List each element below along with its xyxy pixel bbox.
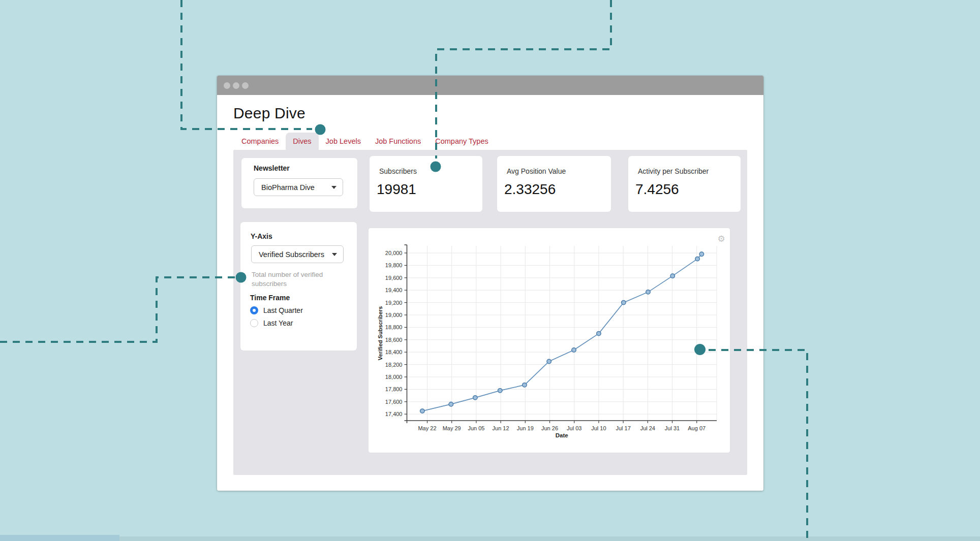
main-panel: Newsletter BioPharma Dive Subscribers 19… <box>233 150 747 475</box>
tab-job-functions[interactable]: Job Functions <box>368 133 428 150</box>
tab-company-types[interactable]: Company Types <box>428 133 496 150</box>
window-control-dot[interactable] <box>224 82 230 89</box>
stat-label: Subscribers <box>379 167 417 175</box>
radio-last-quarter[interactable]: Last Quarter <box>250 306 303 314</box>
svg-text:Jul 10: Jul 10 <box>591 425 606 431</box>
chevron-down-icon <box>332 253 337 256</box>
svg-text:19,400: 19,400 <box>385 287 403 293</box>
window-control-dot[interactable] <box>233 82 239 89</box>
svg-text:Jun 26: Jun 26 <box>541 425 558 431</box>
svg-text:May 29: May 29 <box>443 425 461 431</box>
svg-text:Jul 17: Jul 17 <box>616 425 630 431</box>
stat-value: 2.33256 <box>504 181 556 198</box>
line-chart-card: ⚙ 17,40017,60017,80018,00018,20018,40018… <box>369 228 730 453</box>
newsletter-select[interactable]: BioPharma Dive <box>254 178 343 196</box>
radio-button-icon <box>250 306 258 314</box>
radio-label: Last Year <box>263 319 293 327</box>
radio-last-year[interactable]: Last Year <box>250 319 293 327</box>
svg-text:19,200: 19,200 <box>385 300 403 306</box>
tab-companies[interactable]: Companies <box>234 133 286 150</box>
svg-text:Verified Subscribers: Verified Subscribers <box>377 306 383 360</box>
newsletter-select-value: BioPharma Dive <box>261 183 315 192</box>
verified-subscribers-line-chart: 17,40017,60017,80018,00018,20018,40018,6… <box>369 228 730 453</box>
tab-job-levels[interactable]: Job Levels <box>319 133 368 150</box>
y-axis-select[interactable]: Verified Subscribers <box>251 245 344 263</box>
svg-text:19,000: 19,000 <box>385 312 403 318</box>
svg-text:18,800: 18,800 <box>385 324 403 330</box>
y-axis-description: Total number of verified subscribers <box>252 270 338 289</box>
y-axis-select-value: Verified Subscribers <box>259 250 324 259</box>
window-titlebar <box>217 76 763 95</box>
svg-text:17,600: 17,600 <box>385 399 403 405</box>
svg-text:Jun 19: Jun 19 <box>517 425 534 431</box>
tab-dives[interactable]: Dives <box>286 133 318 150</box>
newsletter-label: Newsletter <box>254 164 290 172</box>
window-control-dot[interactable] <box>242 82 249 89</box>
stat-value: 7.4256 <box>635 181 679 198</box>
radio-label: Last Quarter <box>263 306 303 314</box>
svg-text:17,800: 17,800 <box>385 386 403 392</box>
page-title: Deep Dive <box>233 105 305 122</box>
svg-text:18,000: 18,000 <box>385 374 403 380</box>
stat-label: Activity per Subscriber <box>638 167 709 175</box>
stat-card-avg-position-value: Avg Position Value 2.33256 <box>497 156 611 212</box>
tab-bar: CompaniesDivesJob LevelsJob FunctionsCom… <box>234 133 496 150</box>
app-window: Deep Dive CompaniesDivesJob LevelsJob Fu… <box>217 76 763 491</box>
annotation-dashed-line <box>0 277 235 342</box>
y-axis-label: Y-Axis <box>251 232 272 240</box>
newsletter-card: Newsletter BioPharma Dive <box>241 158 357 208</box>
svg-text:Jul 03: Jul 03 <box>567 425 581 431</box>
stat-value: 19981 <box>377 181 416 198</box>
svg-text:Jun 05: Jun 05 <box>468 425 484 431</box>
svg-text:May 22: May 22 <box>418 425 436 431</box>
svg-text:18,400: 18,400 <box>385 349 403 355</box>
svg-text:Date: Date <box>556 432 568 438</box>
svg-text:17,400: 17,400 <box>385 411 403 417</box>
svg-text:Jun 12: Jun 12 <box>493 425 509 431</box>
stat-card-activity-per-subscriber: Activity per Subscriber 7.4256 <box>628 156 741 212</box>
stat-card-subscribers: Subscribers 19981 <box>370 156 482 212</box>
chart-controls-card: Y-Axis Verified Subscribers Total number… <box>240 222 357 351</box>
svg-text:18,200: 18,200 <box>385 362 403 368</box>
chevron-down-icon <box>331 186 336 189</box>
svg-text:Aug 07: Aug 07 <box>688 425 706 431</box>
svg-text:19,600: 19,600 <box>385 275 403 281</box>
radio-button-icon <box>250 319 258 327</box>
stat-label: Avg Position Value <box>507 167 566 175</box>
svg-text:Jul 24: Jul 24 <box>640 425 655 431</box>
time-frame-label: Time Frame <box>250 294 290 302</box>
svg-text:20,000: 20,000 <box>385 250 403 256</box>
svg-text:18,600: 18,600 <box>385 337 403 343</box>
svg-text:19,800: 19,800 <box>385 262 403 268</box>
svg-text:Jul 31: Jul 31 <box>665 425 680 431</box>
